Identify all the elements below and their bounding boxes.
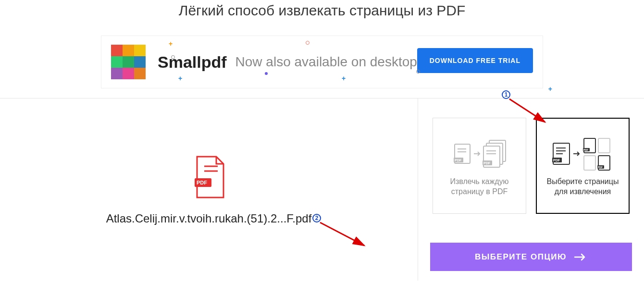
file-name-label: Atlas.Celij.mir.v.tvoih.rukah.(51).2...F… bbox=[106, 212, 312, 225]
main-panel: PDF Atlas.Celij.mir.v.tvoih.rukah.(51).2… bbox=[0, 98, 644, 281]
decoration-plus-icon: + bbox=[548, 85, 552, 93]
option-label: Извлечь каждую страницу в PDF bbox=[438, 177, 521, 197]
svg-text:PDF: PDF bbox=[583, 148, 588, 151]
decoration-circle-icon bbox=[306, 41, 310, 45]
svg-text:PDF: PDF bbox=[483, 161, 491, 165]
select-pages-icon: PDF PDF PDF bbox=[549, 135, 617, 173]
decoration-circle-icon bbox=[416, 70, 420, 74]
decoration-plus-icon: + bbox=[169, 40, 173, 48]
banner-brand: Smallpdf bbox=[158, 53, 227, 72]
decoration-plus-icon: + bbox=[342, 74, 346, 82]
choose-option-button[interactable]: ВЫБЕРИТЕ ОПЦИЮ bbox=[430, 243, 632, 271]
arrow-right-icon bbox=[574, 252, 587, 262]
svg-rect-25 bbox=[598, 138, 610, 153]
svg-text:PDF: PDF bbox=[598, 166, 603, 169]
smallpdf-logo-icon bbox=[111, 45, 146, 79]
svg-rect-26 bbox=[584, 156, 595, 170]
choose-button-label: ВЫБЕРИТЕ ОПЦИЮ bbox=[475, 252, 567, 262]
option-extract-all[interactable]: PDF PDF Извлечь каждую страницу в PDF bbox=[433, 118, 526, 214]
decoration-dot-icon bbox=[265, 72, 268, 75]
banner-subtitle: Now also available on desktop bbox=[235, 54, 417, 70]
options-panel: PDF PDF Извлечь каждую страницу в PDF bbox=[418, 99, 644, 281]
svg-text:PDF: PDF bbox=[455, 159, 462, 162]
download-trial-button[interactable]: DOWNLOAD FREE TRIAL bbox=[417, 48, 533, 73]
svg-text:PDF: PDF bbox=[197, 180, 207, 185]
extract-all-icon: PDF PDF bbox=[451, 135, 508, 173]
pdf-file-icon: PDF bbox=[190, 154, 228, 200]
annotation-step-1: 1 bbox=[502, 90, 510, 99]
decoration-plus-icon: + bbox=[178, 74, 182, 82]
option-select-pages[interactable]: PDF PDF PDF Выберите страницы для извлеч… bbox=[536, 118, 630, 214]
svg-text:PDF: PDF bbox=[553, 159, 560, 162]
option-label: Выберите страницы для извлечения bbox=[542, 177, 624, 197]
annotation-step-2: 2 bbox=[312, 214, 321, 222]
decoration-circle-icon bbox=[171, 55, 175, 59]
desktop-banner: Smallpdf Now also available on desktop D… bbox=[101, 36, 543, 88]
file-preview-panel: PDF Atlas.Celij.mir.v.tvoih.rukah.(51).2… bbox=[0, 99, 418, 281]
page-title: Лёгкий способ извлекать страницы из PDF bbox=[0, 2, 644, 19]
